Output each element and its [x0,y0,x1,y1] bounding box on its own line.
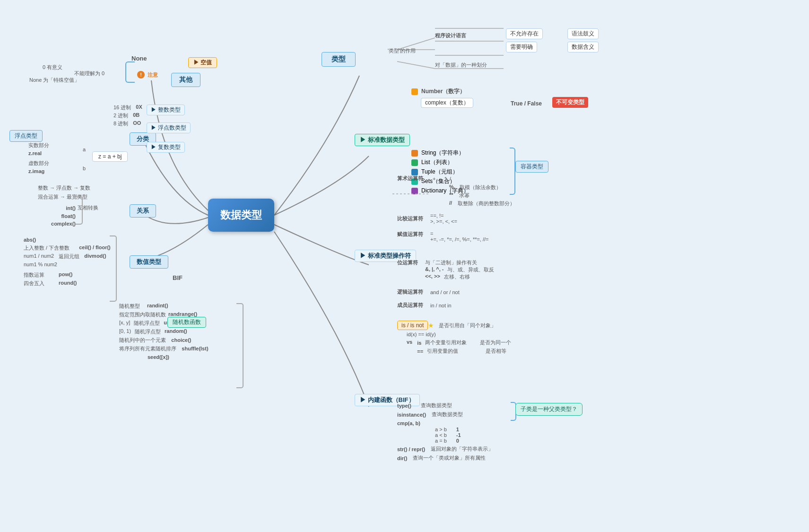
complex-type-header: ▶ 复数类型 [147,144,151,150]
mod-op: % [449,184,454,191]
hex-val: 0X [136,104,142,111]
div-int-desc: 取整除（商的整数部分） [458,200,515,207]
prog-lang-label: 程序设计语言 [435,32,466,39]
real-label: 实数部分 [28,142,49,149]
pow-func: pow() [59,271,72,279]
eq-op: == [417,349,423,354]
imag-label: 虚数部分 [28,160,49,167]
mind-map: 数据类型 类型 '类型'的作用 程序设计语言 不允许存在 语法鼓义 需要明确 数… [0,0,809,532]
none-special: None 为「特殊空值」 [29,77,79,84]
div-int-row: // 取整除（商的整数部分） [449,200,515,207]
std-data-type-header: ▶ 标准数据类型 [355,137,359,143]
round-func: round() [59,280,77,287]
cmp-section: cmp(a, b) a > b 1 a < b -1 a = b 0 [397,420,493,444]
pow-desc2: 求幂 [459,192,470,199]
round-row: 四舍五入 round() [24,280,111,287]
bitwise-label: 位运算符 [397,259,418,266]
divmod-row2: num1 % num2 [24,261,111,268]
member-section: 成员运算符 in / not in [397,302,452,309]
cmp-table: a > b 1 a < b -1 a = b 0 [435,427,493,444]
random-elem-desc: 随机列中的一个元素 [119,337,166,343]
str-repr-row: str() / repr() 返回对象的「字符串表示」 [397,445,493,453]
numeric-content: abs() 上入整数 / 下含整数 ceil() / floor() num1 … [24,236,111,287]
dir-row: dir() 查询一个「类或对象」所有属性 [397,454,493,462]
cmp-a-eq-b: a = b [435,438,447,444]
cmp-a-lt-b: a < b [435,432,447,438]
divmod-row1: num1 / num2 返回元组 divmod() [24,253,111,260]
complex-func: complex() [38,221,76,227]
integer-type-container: 16 进制 0X 2 进制 0B 8 进制 OO [113,104,142,127]
oct-label: 8 进制 [113,120,128,127]
mod-desc: 取模（除法余数） [460,184,501,191]
logical-section: 逻辑运算符 and / or / not [397,288,460,296]
compare-label: 比较运算符 [397,215,423,222]
bin-val: 0B [133,112,139,119]
identity-star: ★ [428,322,434,329]
numeric-header: 数值类型 [130,255,168,269]
divmod-func: divmod() [84,253,106,260]
arith-basic: + , -, *, / [433,176,451,182]
upper-int-desc: 上入整数 / 下含整数 [24,244,70,252]
is-op: is [417,340,421,346]
subclass-question-container: 子类是一种父类类型？ No Yes [515,403,564,412]
type-desc: 查询数据类型 [421,402,452,409]
seed-func: seed([x]) [148,354,169,360]
oct-val: OO [133,120,141,127]
std-data-type-box: ▶ 标准数据类型 [355,134,410,146]
number-dot [411,88,418,95]
need-clear-box: 需要明确 [506,42,537,52]
data-div-label: 对「数据」的一种划分 [435,61,487,69]
complex-info: 实数部分 z.real 虚数部分 z.imag [28,142,49,174]
cmp-row2: a < b -1 [435,432,493,438]
cmp-row3: a = b 0 [435,438,493,444]
cmp-a-gt-v: 1 [456,427,459,432]
a-label: a [83,147,86,152]
identity-ops-box: is / is not [397,321,428,330]
member-label: 成员运算符 [397,302,423,309]
central-label: 数据类型 [220,208,262,222]
bitwise-ops: &, |, ^, - [425,266,444,273]
builtin-header: ▶ 内建函数（BIF） [355,397,359,403]
random-module-container: random. 随机数函数 [167,319,188,325]
random-func: random() [165,328,187,335]
shuffle-func: shuffle(lst) [182,346,208,351]
warn-icon: ! [137,71,145,78]
abs-func: abs() [24,237,36,243]
string-label: String（字符串） [421,149,464,157]
shuffle-desc: 将序列所有元素随机排序 [119,346,176,351]
assign-label: 赋值运算符 [397,231,423,238]
float-type-label: ▶ 浮点数类型 [147,122,191,133]
std-ops-header: ▶ 标准类型操作符 [355,253,359,259]
xy-label: [x, y] [119,320,130,327]
shift-desc: 左移、右移 [444,273,470,280]
random-bracket [236,303,244,388]
zero-one-label: [0, 1) [119,328,131,335]
bitwise-note: 与「二进制」操作有关 [425,259,494,266]
isinstance-row: isinstance() 查询数据类型 [397,411,493,418]
type-section-header: 类型 [322,52,356,67]
syntax-box: 语法鼓义 [567,28,599,39]
bin-label: 2 进制 [113,112,128,119]
str-repr-func: str() / repr() [397,446,425,452]
identity-detail: id(x) == id(y) vs is 两个变量引用对象 是否为同一个 == … [407,331,511,355]
type-role-label: '类型'的作用 [388,47,416,54]
type-func: type() [397,403,411,409]
empty-value-container: ▶ 空值 [188,60,193,65]
pow-op: ** [449,192,453,199]
formula-box: z = a + bj [92,151,128,162]
identity-section: 身份运算符 ★ is / is not 是否引用自「同个对象」 id(x) ==… [397,322,511,355]
numeric-bracket [110,235,117,302]
bitwise-section: 位运算符 与「二进制」操作有关 &, |, ^, - 与、或、异或、取反 <<,… [397,259,494,280]
str-repr-desc: 返回对象的「字符串表示」 [431,445,493,453]
assign-compound: +=, -=, *=, /=, %=, **=, //= [430,236,489,242]
arith-label: 算术运算符 [397,175,423,182]
list-dot [411,159,418,166]
immutable-type-badge: 不可变类型 [552,97,588,108]
logical-ops: and / or / not [430,289,460,295]
pow-row: 指数运算 pow() [24,271,111,279]
div-int-op: // [449,200,452,207]
widening-label: 整数 → 浮点数 → 复数 [38,184,115,192]
round-desc: 四舍五入 [24,280,44,287]
empty-value-box: ▶ 空值 [188,57,217,68]
subclass-question-box: 子类是一种父类类型？ [515,403,583,416]
